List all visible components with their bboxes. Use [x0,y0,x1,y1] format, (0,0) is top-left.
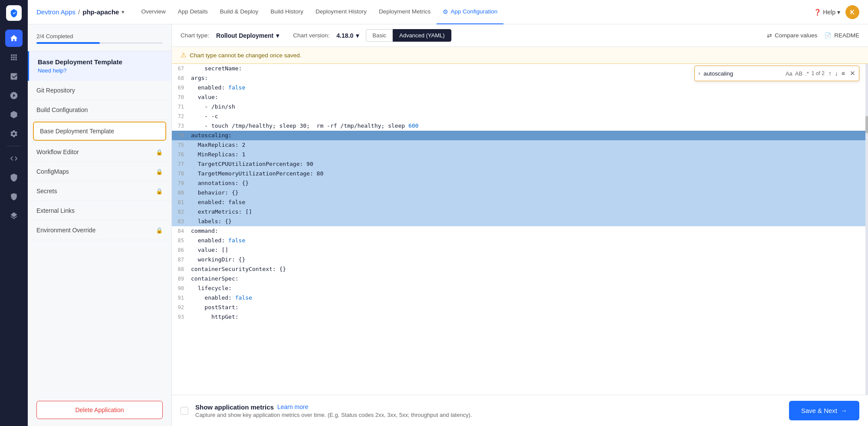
left-sidebar: 2/4 Completed Base Deployment Template N… [28,24,172,426]
org-link[interactable]: Devtron Apps [36,8,76,16]
nav-icon-shield[interactable] [5,188,23,205]
app-chevron-icon[interactable]: ▾ [122,9,125,15]
learn-more-link[interactable]: Learn more [277,403,309,410]
sidebar-item-build-configuration[interactable]: Build Configuration [28,100,171,120]
line-number: 88 [172,264,191,274]
line-content: TargetMemoryUtilizationPercentage: 80 [191,169,865,178]
sidebar-item-git-repository[interactable]: Git Repository [28,81,171,100]
show-metrics-checkbox[interactable] [181,407,188,415]
line-number: 73 [172,121,191,131]
nav-deployment-history[interactable]: Deployment History [309,0,373,24]
line-number: 83 [172,217,191,226]
delete-application-button[interactable]: Delete Application [36,401,163,419]
progress-label: 2/4 Completed [36,33,163,40]
line-content: enabled: false [191,293,865,303]
main-content: Chart type: Rollout Deployment ▾ Chart v… [172,24,868,426]
line-content: enabled: false [191,83,865,92]
sidebar-progress: 2/4 Completed [28,24,171,51]
sidebar-item-base-deployment-template[interactable]: Base Deployment Template [33,122,166,141]
whole-word-icon[interactable]: AB [795,70,802,77]
sidebar-item-secrets[interactable]: Secrets 🔒 [28,182,171,201]
sidebar-item-workflow-editor[interactable]: Workflow Editor 🔒 [28,142,171,162]
nav-icon-settings[interactable] [5,125,23,142]
line-content: containerSpec: [191,274,865,284]
nav-icon-deploy[interactable] [5,87,23,104]
lock-icon-secrets: 🔒 [156,188,163,195]
chart-version-selector[interactable]: 4.18.0 ▾ [336,32,359,39]
chart-type-selector[interactable]: Rollout Deployment ▾ [216,32,279,39]
regex-icon[interactable]: .* [805,70,809,77]
line-number: 74 [172,131,191,140]
nav-icon-code[interactable] [5,150,23,167]
nav-icon-apps[interactable] [5,49,23,66]
line-number: 89 [172,274,191,284]
nav-app-details[interactable]: App Details [172,0,214,24]
table-row: 77 TargetCPUUtilizationPercentage: 90 [172,159,865,169]
nav-icon-home[interactable] [5,30,23,47]
warning-bar: ⚠ Chart type cannot be changed once save… [172,47,868,64]
nav-build-deploy[interactable]: Build & Deploy [214,0,265,24]
line-number: 70 [172,92,191,102]
line-number: 78 [172,169,191,178]
line-content: TargetCPUUtilizationPercentage: 90 [191,159,865,169]
sidebar-item-configmaps[interactable]: ConfigMaps 🔒 [28,162,171,182]
nav-icon-layers[interactable] [5,207,23,225]
nav-app-configuration[interactable]: ⚙ App Configuration [437,0,503,24]
search-prev-button[interactable]: ↑ [827,69,833,78]
nav-build-history[interactable]: Build History [264,0,309,24]
scroll-thumb[interactable] [865,116,868,133]
user-avatar[interactable]: K [845,5,859,19]
line-number: 68 [172,73,191,83]
line-number: 72 [172,112,191,121]
line-content: - touch /tmp/healthy; sleep 30; rm -rf /… [191,121,865,131]
search-controls: Aa AB .* 1 of 2 ↑ ↓ ≡ ✕ [786,69,855,78]
active-section-title: Base Deployment Template [38,58,163,66]
compare-icon: ⇄ [767,32,772,39]
nav-icon-gear2[interactable] [5,169,23,186]
search-close-button[interactable]: ✕ [850,69,855,77]
search-expand-button[interactable]: ≡ [840,69,846,78]
search-input[interactable] [704,70,782,77]
scrollbar[interactable] [865,64,868,395]
lock-icon-configmaps: 🔒 [156,168,163,175]
advanced-view-button[interactable]: Advanced (YAML) [393,29,451,42]
help-button[interactable]: ❓ Help ▾ [814,9,840,16]
save-next-button[interactable]: Save & Next → [789,401,859,420]
line-content: postStart: [191,303,865,312]
nav-overview[interactable]: Overview [135,0,171,24]
topbar-right: ❓ Help ▾ K [814,5,859,19]
gear-icon: ⚙ [443,8,448,15]
table-row: 76 MinReplicas: 1 [172,150,865,159]
compare-values-button[interactable]: ⇄ Compare values [767,32,817,39]
nav-deployment-metrics[interactable]: Deployment Metrics [373,0,437,24]
table-row: 92 postStart: [172,303,865,312]
sidebar-item-environment-override[interactable]: Environment Override 🔒 [28,221,171,240]
bottom-bar: Show application metrics Learn more Capt… [172,395,868,426]
line-number: 67 [172,64,191,73]
help-link[interactable]: Need help? [38,67,163,74]
line-number: 77 [172,159,191,169]
line-number: 76 [172,150,191,159]
table-row: 82 extraMetrics: [] [172,207,865,217]
sidebar-active-section: Base Deployment Template Need help? [28,51,171,81]
table-row: 93 httpGet: [172,312,865,322]
line-content: value: [] [191,245,865,255]
line-number: 81 [172,198,191,207]
sidebar-item-external-links[interactable]: External Links [28,201,171,221]
case-sensitive-icon[interactable]: Aa [786,70,792,77]
line-content: - -c [191,112,865,121]
search-next-button[interactable]: ↓ [834,69,839,78]
search-overlay: › Aa AB .* 1 of 2 ↑ ↓ ≡ ✕ [694,66,859,81]
readme-button[interactable]: 📄 README [824,32,859,39]
progress-bar-bg [36,42,163,44]
nav-icon-cube[interactable] [5,106,23,123]
table-row: 70 value: [172,92,865,102]
line-content: MinReplicas: 1 [191,150,865,159]
logo[interactable] [6,5,22,21]
basic-view-button[interactable]: Basic [366,29,393,42]
table-row: 86 value: [] [172,245,865,255]
topbar-nav: Overview App Details Build & Deploy Buil… [135,0,814,24]
code-editor[interactable]: 67 secretName:68args:69 enabled: false70… [172,64,865,395]
nav-icon-chart[interactable] [5,68,23,85]
app-name: php-apache [82,8,119,16]
